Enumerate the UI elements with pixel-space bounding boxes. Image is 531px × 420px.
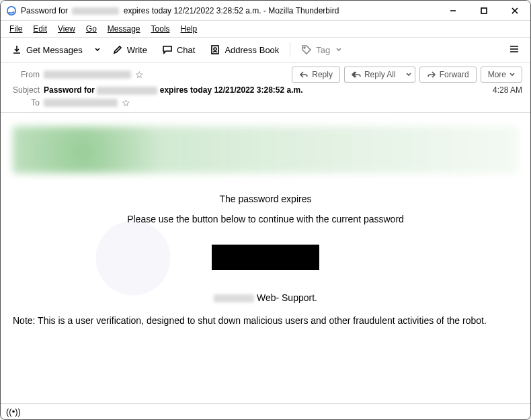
message-header: From ☆ Reply Reply All Forward More (1, 62, 530, 113)
thunderbird-window: Password for expires today 12/21/2022 3:… (0, 0, 531, 420)
get-messages-button[interactable]: Get Messages (6, 41, 88, 58)
from-label: From (9, 70, 40, 79)
more-button[interactable]: More (481, 67, 522, 83)
get-messages-dropdown[interactable] (92, 44, 103, 56)
reply-all-button[interactable]: Reply All (344, 67, 403, 83)
body-line-1: The password expires (13, 194, 518, 204)
tag-button[interactable]: Tag (296, 41, 347, 58)
title-suffix: expires today 12/21/2022 3:28:52 a.m. - … (124, 6, 339, 15)
subject-prefix: Password for (44, 85, 95, 95)
message-body: The password expires Please use the butt… (1, 113, 530, 403)
menu-help[interactable]: Help (176, 22, 202, 36)
subject-suffix: expires today 12/21/2022 3:28:52 a.m. (160, 85, 303, 95)
write-label: Write (127, 45, 147, 55)
toolbar-separator (290, 42, 290, 57)
menu-view[interactable]: View (53, 22, 80, 36)
svg-point-4 (304, 47, 305, 48)
toolbar: Get Messages Write Chat Address Book Tag (1, 37, 530, 62)
app-icon (6, 5, 17, 16)
menubar: File Edit View Go Message Tools Help (1, 21, 530, 37)
reply-icon (299, 70, 309, 79)
chat-button[interactable]: Chat (157, 41, 200, 58)
close-button[interactable] (499, 1, 530, 20)
from-row: From ☆ Reply Reply All Forward More (9, 67, 522, 83)
subject-redacted (97, 87, 157, 95)
to-label: To (9, 98, 40, 108)
support-line: Web- Support. (13, 292, 518, 303)
phishing-button-redacted[interactable] (212, 245, 319, 270)
svg-rect-2 (212, 46, 218, 54)
reply-all-button-group: Reply All (344, 67, 415, 83)
title-prefix: Password for (21, 6, 68, 15)
write-button[interactable]: Write (107, 41, 153, 58)
reply-label: Reply (312, 70, 333, 79)
window-controls (438, 1, 530, 20)
connection-status-icon: ((•)) (6, 407, 21, 417)
forward-label: Forward (440, 70, 469, 79)
support-suffix: Web- Support. (257, 292, 317, 303)
contact-star-icon[interactable]: ☆ (135, 69, 144, 80)
to-row: To ☆ (9, 97, 522, 108)
menu-go[interactable]: Go (81, 22, 101, 36)
forward-button[interactable]: Forward (419, 67, 477, 83)
address-book-button[interactable]: Address Book (204, 41, 284, 58)
svg-point-3 (214, 48, 216, 50)
pencil-icon (112, 44, 123, 55)
from-value-redacted (44, 71, 131, 79)
chat-label: Chat (177, 45, 195, 55)
title-redacted (72, 7, 119, 15)
svg-point-0 (7, 6, 15, 14)
window-title: Password for expires today 12/21/2022 3:… (21, 6, 339, 15)
support-brand-redacted (214, 294, 254, 302)
statusbar: ((•)) (1, 403, 530, 419)
download-icon (11, 44, 22, 55)
chat-icon (162, 44, 173, 55)
app-menu-button[interactable] (503, 40, 525, 60)
maximize-button[interactable] (468, 1, 499, 20)
menu-file[interactable]: File (5, 22, 27, 36)
hamburger-icon (509, 46, 520, 56)
titlebar: Password for expires today 12/21/2022 3:… (1, 1, 530, 21)
message-time: 4:28 AM (493, 85, 522, 95)
reply-all-dropdown[interactable] (403, 67, 415, 83)
subject-value: Password for expires today 12/21/2022 3:… (44, 85, 303, 95)
address-book-label: Address Book (224, 45, 279, 55)
to-value-redacted (44, 99, 118, 107)
reply-all-icon (352, 70, 361, 79)
reply-all-label: Reply All (364, 70, 396, 79)
address-book-icon (210, 44, 220, 55)
menu-tools[interactable]: Tools (147, 22, 175, 36)
minimize-button[interactable] (438, 1, 468, 20)
reply-button[interactable]: Reply (292, 67, 340, 83)
tag-label: Tag (316, 45, 330, 55)
to-star-icon[interactable]: ☆ (122, 97, 130, 108)
subject-label: Subject (9, 85, 40, 95)
banner-image-redacted (13, 126, 518, 173)
body-line-2: Please use the button below to continue … (13, 214, 518, 224)
get-messages-label: Get Messages (26, 45, 83, 55)
body-content: The password expires Please use the butt… (13, 194, 518, 303)
body-note: Note: This is a user verification, desig… (13, 315, 518, 326)
subject-row: Subject Password for expires today 12/21… (9, 85, 522, 95)
more-label: More (488, 70, 506, 79)
menu-edit[interactable]: Edit (28, 22, 52, 36)
menu-message[interactable]: Message (103, 22, 145, 36)
forward-icon (427, 70, 436, 79)
svg-rect-1 (481, 8, 487, 13)
tag-icon (301, 44, 312, 55)
